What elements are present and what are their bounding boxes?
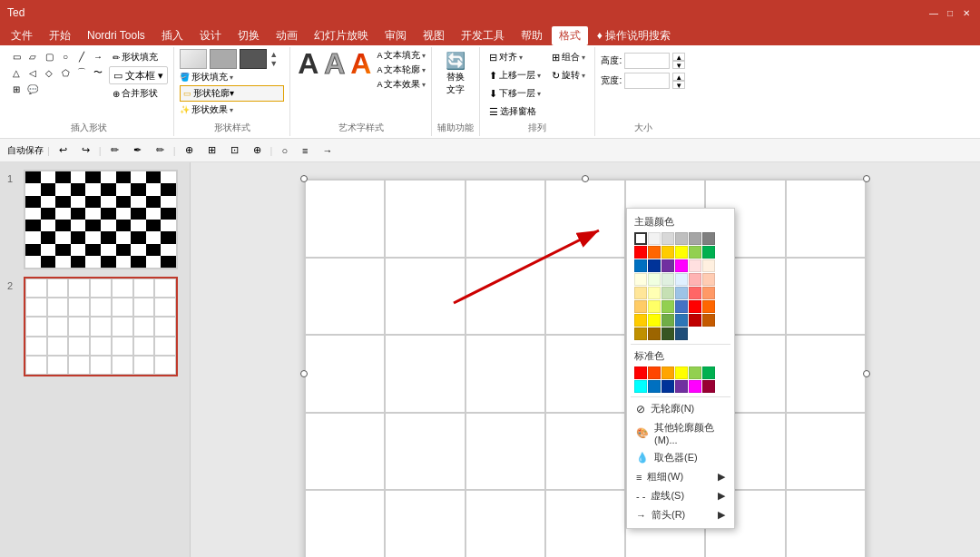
theme-color-swatch[interactable]: [675, 259, 688, 272]
theme-color-swatch[interactable]: [702, 300, 715, 313]
effect-dropdown-arrow[interactable]: ▾: [230, 106, 233, 114]
theme-color-swatch[interactable]: [634, 273, 647, 286]
theme-color-swatch[interactable]: [689, 273, 701, 286]
theme-color-swatch[interactable]: [662, 327, 674, 340]
standard-color-swatch[interactable]: [689, 380, 701, 393]
height-up[interactable]: ▲: [672, 53, 685, 61]
shape-rect[interactable]: ▭: [9, 49, 24, 64]
theme-color-swatch[interactable]: [689, 246, 701, 259]
handle-top[interactable]: [582, 175, 589, 182]
theme-color-swatch[interactable]: [662, 273, 674, 286]
preset-style-1[interactable]: [180, 49, 207, 69]
theme-color-swatch[interactable]: [702, 287, 715, 299]
toolbar-align[interactable]: ⊞: [202, 142, 221, 158]
edit-shape-btn[interactable]: ✏ 形状填充: [109, 49, 168, 65]
height-input[interactable]: [624, 53, 670, 69]
text-fill-arrow[interactable]: ▾: [422, 52, 426, 60]
standard-color-swatch[interactable]: [702, 366, 715, 379]
theme-color-swatch[interactable]: [662, 246, 674, 259]
handle-left[interactable]: [300, 370, 308, 377]
toolbar-more1[interactable]: ○: [276, 143, 293, 158]
theme-color-swatch[interactable]: [675, 246, 688, 259]
theme-color-swatch[interactable]: [675, 314, 688, 327]
rotate-btn[interactable]: ↻ 旋转 ▾: [548, 67, 589, 83]
theme-color-swatch[interactable]: [702, 259, 715, 272]
theme-color-swatch[interactable]: [702, 273, 715, 286]
theme-color-swatch[interactable]: [634, 259, 647, 272]
shape-diamond[interactable]: ◇: [42, 65, 56, 80]
standard-color-swatch[interactable]: [662, 380, 674, 393]
theme-color-swatch[interactable]: [634, 232, 647, 245]
menu-item-9[interactable]: 视图: [416, 26, 452, 45]
minimize-btn[interactable]: —: [927, 6, 940, 19]
text-effect-arrow[interactable]: ▾: [422, 81, 426, 89]
standard-color-swatch[interactable]: [648, 366, 661, 379]
theme-color-swatch[interactable]: [662, 300, 674, 313]
standard-color-swatch[interactable]: [648, 380, 661, 393]
theme-color-swatch[interactable]: [634, 287, 647, 299]
theme-color-swatch[interactable]: [662, 259, 674, 272]
textbox-btn[interactable]: ▭ 文本框 ▾: [109, 66, 168, 84]
standard-color-swatch[interactable]: [689, 366, 701, 379]
art-a2[interactable]: A: [322, 49, 347, 78]
theme-color-swatch[interactable]: [689, 314, 701, 327]
shape-outline-row[interactable]: ▭ 形状轮廓▾: [180, 85, 284, 102]
menu-item-12[interactable]: 格式: [552, 26, 588, 45]
menu-item-11[interactable]: 帮助: [514, 26, 550, 45]
slide-thumbnail-2[interactable]: [24, 277, 178, 376]
art-a1[interactable]: A: [296, 49, 320, 78]
theme-color-swatch[interactable]: [702, 314, 715, 327]
theme-color-swatch[interactable]: [634, 327, 647, 340]
shape-round-rect[interactable]: ▢: [42, 49, 56, 64]
toolbar-add[interactable]: ⊕: [180, 142, 199, 158]
toolbar-pen3[interactable]: ✏: [151, 142, 170, 158]
shape-styles-expand[interactable]: ▲▼: [270, 49, 284, 69]
theme-color-swatch[interactable]: [689, 232, 701, 245]
shape-callout[interactable]: 💬: [25, 82, 40, 96]
theme-color-swatch[interactable]: [648, 300, 661, 313]
theme-color-swatch[interactable]: [662, 287, 674, 299]
menu-item-5[interactable]: 切换: [230, 26, 267, 45]
theme-color-swatch[interactable]: [634, 300, 647, 313]
down-layer-btn[interactable]: ⬇ 下移一层 ▾: [485, 85, 544, 102]
theme-color-swatch[interactable]: [702, 246, 715, 259]
merge-shapes-btn[interactable]: ⊕ 合并形状: [109, 85, 168, 102]
theme-color-swatch[interactable]: [634, 246, 647, 259]
select-pane-btn[interactable]: ☰ 选择窗格: [485, 103, 544, 120]
theme-color-swatch[interactable]: [675, 327, 688, 340]
shape-line[interactable]: ╱: [74, 49, 89, 64]
menu-item-1[interactable]: 开始: [42, 26, 78, 45]
shape-arrow[interactable]: →: [91, 49, 105, 64]
theme-color-swatch[interactable]: [648, 246, 661, 259]
handle-right[interactable]: [863, 370, 870, 377]
menu-item-6[interactable]: 动画: [269, 26, 305, 45]
theme-color-swatch[interactable]: [675, 287, 688, 299]
more-colors-item[interactable]: 🎨 其他轮廓颜色(M)...: [631, 418, 730, 448]
menu-item-2[interactable]: Nordri Tools: [80, 27, 152, 44]
handle-tl[interactable]: [300, 175, 308, 182]
preset-style-2[interactable]: [210, 49, 237, 69]
toolbar-expand[interactable]: ⊕: [248, 142, 267, 158]
standard-color-swatch[interactable]: [662, 366, 674, 379]
standard-color-swatch[interactable]: [675, 366, 688, 379]
group-btn[interactable]: ⊞ 组合 ▾: [548, 49, 589, 65]
menu-item-0[interactable]: 文件: [4, 26, 40, 45]
theme-color-swatch[interactable]: [648, 287, 661, 299]
align-btn[interactable]: ⊟ 对齐 ▾: [485, 49, 544, 65]
theme-color-swatch[interactable]: [648, 232, 661, 245]
menu-item-7[interactable]: 幻灯片放映: [307, 26, 376, 45]
handle-tr[interactable]: [863, 175, 870, 182]
arrows-item[interactable]: → 箭头(R) ▶: [631, 505, 730, 524]
shape-triangle[interactable]: △: [9, 65, 24, 80]
shape-rtriangle[interactable]: ◁: [25, 65, 40, 80]
toolbar-more3[interactable]: →: [318, 143, 338, 158]
preset-style-3[interactable]: [240, 49, 267, 69]
toolbar-grid[interactable]: ⊡: [225, 142, 244, 158]
shape-rect2[interactable]: ▱: [25, 49, 40, 64]
theme-color-swatch[interactable]: [648, 259, 661, 272]
close-btn[interactable]: ✕: [960, 6, 973, 19]
toolbar-pen1[interactable]: ✏: [105, 142, 124, 158]
text-outline-arrow[interactable]: ▾: [422, 66, 426, 74]
standard-color-swatch[interactable]: [634, 380, 647, 393]
theme-color-swatch[interactable]: [662, 232, 674, 245]
